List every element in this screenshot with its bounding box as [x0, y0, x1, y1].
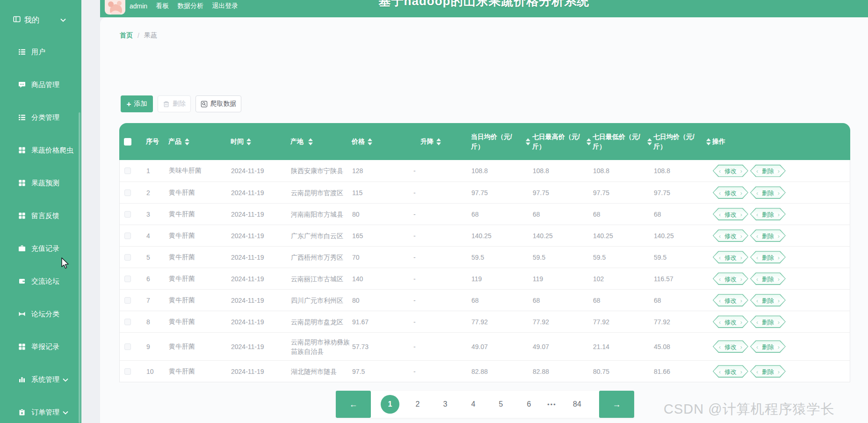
sidebar-item-label: 系统管理 — [31, 375, 69, 384]
edit-button[interactable]: ‹修改› — [713, 294, 748, 306]
row-checkbox[interactable] — [124, 276, 131, 282]
pagination-page-3[interactable]: 3 — [443, 400, 448, 408]
breadcrumb: 首页 / 果蔬 — [120, 31, 157, 40]
edit-button[interactable]: ‹修改› — [713, 208, 748, 220]
hex-left-decoration: ‹ — [756, 165, 758, 177]
row-checkbox[interactable] — [124, 211, 131, 218]
sidebar-item-3[interactable]: 果蔬价格爬虫 — [0, 134, 81, 167]
sidebar-item-2[interactable]: 分类管理 — [0, 101, 81, 134]
pagination-ellipsis[interactable]: ••• — [547, 401, 557, 408]
cell-origin: 云南昆明市盘龙区 — [291, 317, 353, 327]
clipboard-icon — [18, 408, 26, 416]
pagination-prev-button[interactable]: ← — [336, 391, 371, 418]
breadcrumb-current: 果蔬 — [144, 31, 157, 40]
sidebar-item-6[interactable]: 充值记录 — [0, 232, 81, 265]
column-header-index: 序号 — [146, 138, 159, 146]
delete-row-button[interactable]: ‹删除› — [750, 365, 786, 378]
delete-row-button[interactable]: ‹删除› — [750, 208, 786, 220]
hex-left-decoration: ‹ — [756, 315, 758, 328]
delete-row-button[interactable]: ‹删除› — [750, 340, 786, 353]
sidebar-item-mine[interactable]: 我的 — [0, 10, 81, 29]
sort-icon-avg_today[interactable] — [526, 138, 530, 145]
main-content: 首页 / 果蔬 + 添加 删除 爬取数据 序号产品时间产地价格升降当日均价（元/… — [100, 17, 868, 423]
edit-button[interactable]: ‹修改› — [713, 315, 748, 328]
cell-price: 140 — [352, 275, 363, 283]
cell-price: 165 — [352, 232, 363, 240]
sort-icon-max7[interactable] — [586, 138, 591, 145]
delete-button[interactable]: 删除 — [158, 95, 191, 112]
pagination-next-button[interactable]: → — [599, 391, 634, 418]
cell-max7: 82.88 — [533, 368, 549, 375]
sidebar-scrollbar[interactable] — [79, 112, 80, 423]
sort-icon-trend[interactable] — [436, 138, 441, 145]
delete-row-button[interactable]: ‹删除› — [750, 294, 786, 306]
delete-row-button[interactable]: ‹删除› — [750, 315, 786, 328]
window-icon — [13, 15, 21, 25]
pagination-page-1[interactable]: 1 — [381, 395, 399, 414]
row-checkbox[interactable] — [124, 233, 131, 239]
sidebar-item-7[interactable]: 交流论坛 — [0, 265, 81, 298]
cell-origin: 云南丽江市古城区 — [291, 274, 353, 284]
sidebar-item-5[interactable]: 留言反馈 — [0, 199, 81, 232]
cell-trend: - — [413, 275, 416, 283]
select-all-checkbox[interactable] — [124, 138, 131, 146]
sidebar-item-4[interactable]: 果蔬预测 — [0, 167, 81, 199]
row-checkbox[interactable] — [124, 319, 131, 325]
column-header-product: 产品 — [168, 138, 181, 146]
table-row: 1美味牛肝菌2024-11-19陕西安康市宁陕县128-108.8108.810… — [120, 160, 850, 182]
edit-button[interactable]: ‹修改› — [713, 340, 748, 353]
pagination-page-6[interactable]: 6 — [527, 400, 531, 408]
table-row: 9黄牛肝菌2024-11-19云南昆明市禄劝彝族苗族自治县57.73-49.07… — [120, 332, 850, 360]
sidebar-item-10[interactable]: 系统管理 — [0, 363, 81, 396]
sort-icon-product[interactable] — [185, 138, 189, 145]
cell-index: 2 — [146, 189, 150, 197]
delete-row-button[interactable]: ‹删除› — [750, 186, 786, 199]
sort-icon-origin[interactable] — [308, 138, 313, 145]
edit-button[interactable]: ‹修改› — [713, 186, 748, 199]
sort-icon-avg7[interactable] — [706, 138, 711, 145]
crawl-icon — [201, 101, 208, 108]
sidebar-item-0[interactable]: 用户 — [0, 36, 81, 68]
cell-index: 6 — [146, 275, 150, 283]
sidebar-item-9[interactable]: 举报记录 — [0, 330, 81, 363]
hex-left-decoration: ‹ — [756, 294, 758, 306]
edit-button[interactable]: ‹修改› — [713, 165, 748, 177]
row-checkbox[interactable] — [124, 254, 131, 261]
row-checkbox[interactable] — [124, 168, 131, 174]
pagination-page-4[interactable]: 4 — [471, 400, 476, 408]
edit-button[interactable]: ‹修改› — [713, 272, 748, 285]
sort-icon-time[interactable] — [246, 138, 251, 145]
delete-row-button[interactable]: ‹删除› — [750, 272, 786, 285]
cell-index: 3 — [146, 211, 150, 218]
sidebar-item-11[interactable]: 订单管理 — [0, 396, 81, 423]
edit-button[interactable]: ‹修改› — [713, 229, 748, 242]
breadcrumb-home[interactable]: 首页 — [120, 31, 133, 40]
cell-product: 美味牛肝菌 — [169, 167, 202, 175]
crawl-data-button[interactable]: 爬取数据 — [195, 95, 241, 112]
sort-icon-price[interactable] — [368, 138, 372, 145]
pagination-page-5[interactable]: 5 — [499, 400, 503, 408]
delete-row-button[interactable]: ‹删除› — [750, 229, 786, 242]
sidebar-item-label: 果蔬预测 — [31, 179, 59, 188]
cell-trend: - — [413, 232, 416, 240]
grid-icon — [18, 146, 26, 154]
column-header-time: 时间 — [231, 138, 244, 146]
pagination-page-2[interactable]: 2 — [416, 400, 420, 408]
sidebar-item-1[interactable]: 商品管理 — [0, 68, 81, 101]
column-header-avg_today: 当日均价（元/ 斤） — [471, 132, 523, 152]
pagination-page-84[interactable]: 84 — [573, 400, 581, 408]
row-checkbox[interactable] — [124, 343, 131, 350]
edit-button[interactable]: ‹修改› — [713, 365, 748, 378]
row-checkbox[interactable] — [124, 368, 131, 375]
row-checkbox[interactable] — [124, 297, 131, 304]
delete-row-button[interactable]: ‹删除› — [750, 251, 786, 263]
column-header-min7: 七日最低价（元/ 斤） — [593, 132, 645, 152]
row-checkbox[interactable] — [124, 190, 131, 196]
sidebar-item-8[interactable]: 论坛分类 — [0, 298, 81, 330]
cell-product: 黄牛肝菌 — [169, 275, 195, 283]
add-button[interactable]: + 添加 — [121, 95, 153, 112]
column-header-avg7: 七日均价（元/ 斤） — [653, 132, 706, 152]
delete-row-button[interactable]: ‹删除› — [750, 165, 786, 177]
sort-icon-min7[interactable] — [647, 138, 652, 145]
edit-button[interactable]: ‹修改› — [713, 251, 748, 263]
